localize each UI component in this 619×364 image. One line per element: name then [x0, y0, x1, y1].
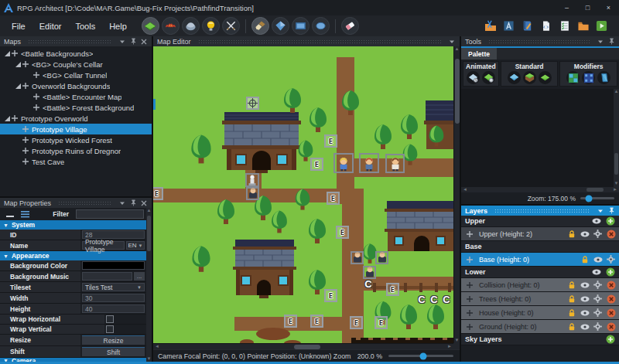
- collapse-all-icon[interactable]: [6, 207, 14, 221]
- expander-icon[interactable]: [3, 50, 11, 56]
- menu-help[interactable]: Help: [102, 22, 134, 31]
- expander-icon[interactable]: [3, 115, 11, 121]
- npc-monk[interactable]: [351, 251, 364, 264]
- map-tree-item[interactable]: <BG> Couple's Cellar: [0, 59, 152, 70]
- script[interactable]: [539, 19, 552, 32]
- section-appearance[interactable]: ▼ Appearance: [0, 251, 146, 260]
- pal-grass-icon[interactable]: [539, 71, 552, 84]
- event-marker[interactable]: E: [327, 192, 340, 205]
- event-marker[interactable]: E: [324, 134, 337, 148]
- browse-button[interactable]: ...: [134, 272, 145, 281]
- map-tree-item[interactable]: Prototype Wicked Forest: [0, 134, 152, 145]
- lock-icon[interactable]: [566, 295, 576, 303]
- eye-icon[interactable]: [580, 282, 590, 288]
- lock-icon[interactable]: [566, 230, 576, 238]
- play[interactable]: [595, 19, 608, 32]
- fill-tool[interactable]: [272, 17, 289, 35]
- shift-button[interactable]: Shift: [82, 347, 145, 356]
- map-tree-item[interactable]: Prototype Village: [0, 124, 152, 134]
- filter-input[interactable]: [76, 209, 144, 219]
- npc-statue[interactable]: [245, 173, 259, 187]
- chevron-down-icon[interactable]: [597, 38, 604, 46]
- lock-icon[interactable]: [566, 281, 576, 289]
- map-editor-titlebar[interactable]: Map Editor: [153, 36, 460, 46]
- status-zoom-slider[interactable]: [388, 355, 453, 357]
- pin-icon[interactable]: [607, 207, 615, 215]
- pal-water-icon[interactable]: [508, 71, 521, 84]
- layer-row[interactable]: Trees (Height: 0): [461, 292, 619, 306]
- language-select[interactable]: EN ▼: [126, 241, 145, 250]
- eye-icon[interactable]: [593, 257, 603, 263]
- database[interactable]: [521, 19, 534, 32]
- pal-autotile-icon[interactable]: [566, 71, 580, 84]
- event-marker[interactable]: E: [374, 316, 388, 329]
- chevron-down-icon[interactable]: [448, 38, 456, 46]
- layer-row[interactable]: Upper (Height: 2): [461, 227, 619, 241]
- open-project[interactable]: [484, 19, 497, 32]
- eye-icon[interactable]: [591, 218, 601, 224]
- sort-icon[interactable]: [21, 207, 29, 221]
- palette-canvas[interactable]: ▲ ▼: [461, 89, 619, 187]
- map-tree-item[interactable]: <Battle> Forest Background: [0, 102, 152, 113]
- eye-icon[interactable]: [580, 296, 590, 302]
- rect-tool[interactable]: [292, 17, 310, 35]
- palette-vertical-scrollbar[interactable]: ▲ ▼: [614, 89, 619, 187]
- save-project[interactable]: [502, 19, 515, 32]
- background-color-swatch[interactable]: [82, 261, 145, 270]
- pal-anim-water-icon[interactable]: [467, 71, 480, 84]
- expander-icon[interactable]: [14, 83, 22, 89]
- map-tree-item[interactable]: Prototype Overworld: [0, 113, 152, 124]
- gear-icon[interactable]: [593, 308, 603, 317]
- minimize-button[interactable]: –: [556, 0, 577, 15]
- menu-editor[interactable]: Editor: [32, 22, 69, 31]
- close-button[interactable]: ×: [598, 0, 619, 15]
- chevron-down-icon[interactable]: [118, 199, 126, 207]
- event-marker[interactable]: E: [336, 226, 349, 239]
- lock-icon[interactable]: [580, 256, 590, 264]
- map-horizontal-scrollbar[interactable]: ◄ ►: [153, 343, 453, 349]
- x-circle-icon[interactable]: [606, 308, 616, 318]
- close-icon[interactable]: [140, 199, 148, 207]
- gear-icon[interactable]: [606, 255, 616, 264]
- layers-panel-titlebar[interactable]: Layers: [461, 206, 619, 216]
- section-camera[interactable]: ▼ Camera: [0, 358, 146, 362]
- menu-file[interactable]: File: [5, 22, 32, 31]
- layer-row[interactable]: Base (Height: 0): [461, 253, 619, 267]
- lock-icon[interactable]: [566, 309, 576, 317]
- npc-woman[interactable]: [385, 154, 405, 173]
- map-tree-item[interactable]: <Battle Backgrounds>: [0, 48, 152, 59]
- name-input[interactable]: Prototype Village: [82, 241, 125, 250]
- npc-monk[interactable]: [246, 187, 259, 200]
- x-circle-icon[interactable]: [606, 322, 616, 332]
- x-circle-icon[interactable]: [606, 230, 616, 239]
- checklist[interactable]: [558, 19, 571, 32]
- battle-tool[interactable]: [222, 17, 240, 35]
- pal-slope-icon[interactable]: [597, 71, 610, 84]
- pin-icon[interactable]: [129, 199, 137, 207]
- map-tree-item[interactable]: <BG> Cellar Tunnel: [0, 70, 152, 80]
- close-icon[interactable]: [140, 38, 148, 46]
- expander-icon[interactable]: [14, 61, 22, 67]
- map-tree-item[interactable]: <Battle> Encounter Map: [0, 91, 152, 102]
- tools-panel-titlebar[interactable]: Tools: [461, 36, 619, 46]
- eraser-tool[interactable]: [341, 17, 359, 35]
- eye-icon[interactable]: [591, 269, 601, 275]
- plus-circle-icon[interactable]: [605, 267, 615, 277]
- resize-button[interactable]: Resize: [82, 335, 145, 345]
- map-tree-item[interactable]: Prototype Ruins of Dregnor: [0, 145, 152, 156]
- chevron-down-icon[interactable]: [597, 207, 604, 215]
- event-marker[interactable]: E: [350, 316, 363, 329]
- npc-monk[interactable]: [375, 251, 388, 264]
- pin-icon[interactable]: [129, 38, 137, 46]
- event-marker[interactable]: E: [310, 158, 323, 171]
- palette-zoom-slider[interactable]: [580, 197, 614, 199]
- properties-scrollbar[interactable]: ▲ ▼: [146, 208, 152, 362]
- folder[interactable]: [576, 19, 590, 32]
- eye-icon[interactable]: [580, 324, 590, 330]
- pin-icon[interactable]: [607, 38, 615, 46]
- event-marker[interactable]: E: [310, 315, 323, 328]
- map-tree-item[interactable]: Overworld Backgrounds: [0, 80, 152, 91]
- brush-tool[interactable]: [251, 17, 269, 35]
- pal-bluegrid-icon[interactable]: [582, 71, 595, 84]
- spawn-marker[interactable]: [246, 97, 259, 110]
